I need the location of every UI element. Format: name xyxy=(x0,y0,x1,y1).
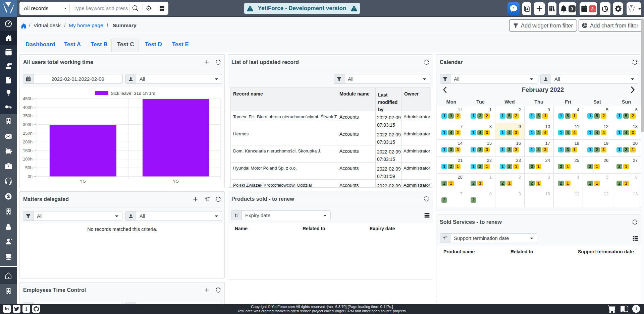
svg-text:300h: 300h xyxy=(23,122,33,127)
svg-text:350h: 350h xyxy=(23,113,33,118)
svg-text:100h: 100h xyxy=(23,156,33,162)
svg-text:0h: 0h xyxy=(28,174,33,179)
svg-text:YS: YS xyxy=(173,179,179,184)
svg-text:150h: 150h xyxy=(23,148,33,153)
svg-text:$: $ xyxy=(7,193,10,199)
svg-text:200h: 200h xyxy=(23,139,33,144)
svg-text:400h: 400h xyxy=(23,105,33,110)
svg-text:250h: 250h xyxy=(23,131,33,136)
svg-text:YG: YG xyxy=(79,179,86,184)
svg-text:450h: 450h xyxy=(23,96,33,101)
svg-text:50h: 50h xyxy=(25,165,33,170)
svg-text:Sick leave: 31d 1h 1m: Sick leave: 31d 1h 1m xyxy=(111,91,155,96)
